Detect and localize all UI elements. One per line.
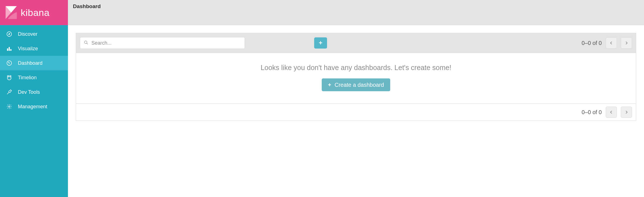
- plus-icon: +: [328, 82, 331, 88]
- dashboard-listing-panel: + 0–0 of 0 Looks like you don't hav: [76, 33, 636, 121]
- wrench-icon: [6, 89, 12, 95]
- page-title: Dashboard: [73, 3, 101, 9]
- sidebar-item-management[interactable]: Management: [0, 99, 68, 114]
- sidebar-item-label: Management: [18, 104, 47, 110]
- empty-message: Looks like you don't have any dashboards…: [82, 64, 630, 72]
- create-dashboard-label: Create a dashboard: [335, 82, 384, 88]
- empty-state: Looks like you don't have any dashboards…: [76, 53, 636, 104]
- svg-point-12: [7, 76, 11, 80]
- listing-footer: 0–0 of 0: [76, 104, 636, 121]
- pager-prev-top[interactable]: [606, 37, 617, 49]
- sidebar-item-devtools[interactable]: Dev Tools: [0, 85, 68, 99]
- plus-icon: +: [319, 40, 323, 46]
- gauge-icon: [6, 60, 12, 66]
- sidebar-nav: Discover Visualize Dashboard Timelion: [0, 25, 68, 114]
- svg-line-9: [8, 62, 9, 63]
- sidebar-item-label: Dashboard: [18, 60, 42, 66]
- topbar: Dashboard: [68, 0, 644, 25]
- content-area: + 0–0 of 0 Looks like you don't hav: [68, 25, 644, 129]
- svg-point-13: [8, 78, 9, 78]
- search-input[interactable]: [80, 37, 245, 49]
- main-area: Dashboard + 0–0 of: [68, 0, 644, 197]
- svg-rect-5: [9, 47, 10, 51]
- brand-label: kibana: [21, 7, 49, 18]
- bear-icon: [6, 75, 12, 81]
- barchart-icon: [6, 45, 12, 52]
- pager-prev-bottom[interactable]: [606, 107, 617, 118]
- sidebar-item-visualize[interactable]: Visualize: [0, 41, 68, 56]
- pagination-count-top: 0–0 of 0: [582, 40, 602, 46]
- pagination-count-bottom: 0–0 of 0: [582, 109, 602, 116]
- sidebar-item-label: Visualize: [18, 46, 38, 52]
- svg-rect-4: [7, 49, 8, 51]
- gear-icon: [6, 104, 12, 110]
- sidebar-item-timelion[interactable]: Timelion: [0, 70, 68, 85]
- pager-next-top[interactable]: [621, 37, 632, 49]
- sidebar: kibana Discover Visualize Dashboard: [0, 0, 68, 197]
- brand-banner: kibana: [0, 0, 68, 25]
- sidebar-item-dashboard[interactable]: Dashboard: [0, 56, 68, 70]
- sidebar-item-label: Discover: [18, 31, 37, 37]
- sidebar-item-discover[interactable]: Discover: [0, 27, 68, 41]
- create-dashboard-button[interactable]: + Create a dashboard: [322, 78, 390, 91]
- search-wrapper: [80, 37, 245, 49]
- pager-next-bottom[interactable]: [621, 107, 632, 118]
- svg-point-15: [9, 106, 10, 107]
- svg-rect-6: [10, 49, 11, 51]
- toolbar-right: 0–0 of 0: [582, 37, 632, 49]
- sidebar-item-label: Dev Tools: [18, 89, 40, 95]
- kibana-logo-icon: [6, 6, 17, 19]
- add-dashboard-button[interactable]: +: [314, 37, 327, 49]
- svg-point-14: [10, 78, 10, 78]
- listing-toolbar: + 0–0 of 0: [76, 33, 636, 53]
- svg-marker-3: [8, 33, 10, 35]
- sidebar-item-label: Timelion: [18, 75, 37, 81]
- compass-icon: [6, 31, 12, 37]
